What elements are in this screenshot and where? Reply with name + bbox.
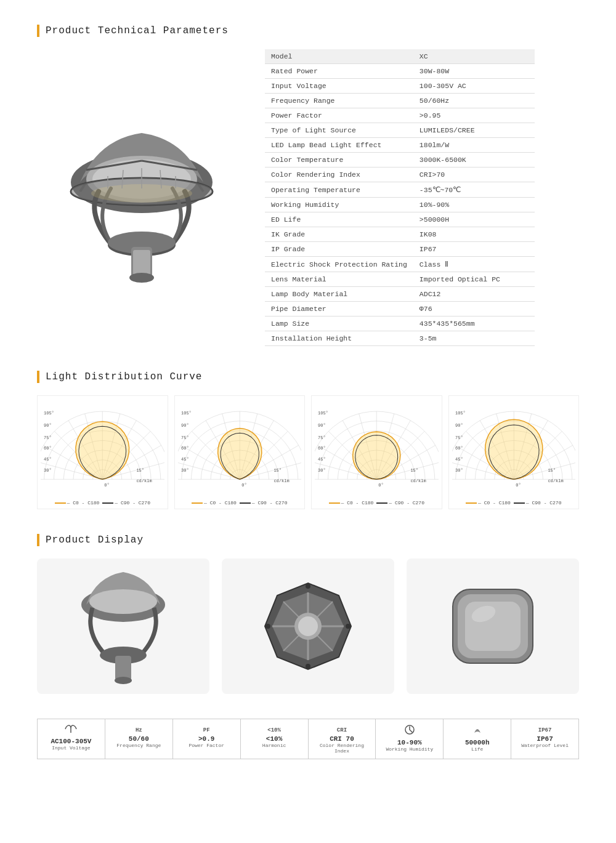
spec-icon: PF	[177, 724, 237, 734]
legend-item-1: — C90 - C270	[514, 500, 562, 506]
param-value: Class Ⅱ	[413, 257, 535, 272]
table-row: Pipe DiameterΦ76	[265, 302, 535, 317]
param-name: Lamp Size	[265, 317, 413, 331]
display-section: Product Display	[37, 534, 579, 694]
legend-item-1: — C90 - C270	[376, 500, 424, 506]
spec-value: IP67	[515, 735, 575, 743]
legend-item-1: — C90 - C270	[240, 500, 288, 506]
svg-text:90°: 90°	[455, 423, 463, 428]
spec-icon: CRI	[312, 724, 372, 734]
svg-text:75°: 75°	[318, 435, 326, 440]
param-name: Electric Shock Protection Rating	[265, 257, 413, 272]
table-row: Lamp Body MaterialADC12	[265, 287, 535, 302]
legend-line-color	[192, 502, 203, 504]
param-name: Lamp Body Material	[265, 287, 413, 302]
spec-label: Input Voltage	[41, 745, 101, 751]
svg-point-13	[129, 273, 154, 283]
spec-icon: Hz	[109, 724, 169, 734]
param-name: Operating Temperature	[265, 182, 413, 198]
legend-item-0: — C0 - C180	[466, 500, 511, 506]
spec-label: Life	[447, 746, 507, 752]
display-img-3	[407, 559, 579, 694]
ldc-legend-3: — C0 - C180— C90 - C270	[329, 500, 424, 506]
spec-value: AC100-305V	[41, 738, 101, 745]
ldc-legend-4: — C0 - C180— C90 - C270	[466, 500, 561, 506]
ldc-chart-svg-2: 105°90°75°60°45°30°0°15°cd/klm	[178, 399, 302, 498]
specs-bar: AC100-305VInput VoltageHz50/60Frequency …	[37, 719, 579, 759]
svg-text:90°: 90°	[44, 423, 52, 428]
svg-text:cd/klm: cd/klm	[274, 478, 289, 483]
svg-text:105°: 105°	[181, 411, 192, 416]
table-row: Working Humidity10%-90%	[265, 198, 535, 212]
spec-label: Color Rendering Index	[312, 743, 372, 754]
legend-label: — C90 - C270	[252, 500, 288, 506]
svg-text:45°: 45°	[455, 457, 463, 462]
svg-text:90°: 90°	[181, 423, 189, 428]
svg-text:45°: 45°	[318, 457, 326, 462]
spec-value: <10%	[245, 735, 304, 743]
legend-line-color	[55, 502, 66, 504]
svg-text:15°: 15°	[136, 468, 144, 473]
table-row: ED Life>50000H	[265, 212, 535, 227]
param-name: Installation Height	[265, 331, 413, 346]
legend-label: — C0 - C180	[67, 500, 100, 506]
display-lamp-top-svg	[447, 583, 539, 669]
param-name: Type of Light Source	[265, 123, 413, 138]
table-row: Color Temperature3000K-6500K	[265, 153, 535, 167]
ldc-chart-svg-1: 105°90°75°60°45°30°0°15°cd/klm	[41, 399, 164, 498]
param-name: ED Life	[265, 212, 413, 227]
spec-value: 50000h	[447, 739, 507, 746]
param-value: 180lm/W	[413, 138, 535, 153]
table-row: Frequency Range50/60Hz	[265, 94, 535, 108]
legend-item-0: — C0 - C180	[192, 500, 237, 506]
ldc-chart-4: 105°90°75°60°45°30°0°15°cd/klm— C0 - C18…	[448, 395, 580, 509]
param-name: Working Humidity	[265, 198, 413, 212]
specs-bar-item-2: PF>0.9Power Factor	[173, 719, 241, 759]
param-value: Φ76	[413, 302, 535, 317]
svg-text:60°: 60°	[318, 446, 326, 451]
table-row: Color Rendering IndexCRI>70	[265, 167, 535, 182]
spec-icon	[41, 724, 101, 736]
specs-bar-item-3: <10%<10%Harmonic	[241, 719, 309, 759]
param-value: 30W-80W	[413, 64, 535, 79]
params-table: ModelXCRated Power30W-80WInput Voltage10…	[265, 49, 535, 346]
table-row: Lamp Size435*435*565mm	[265, 317, 535, 331]
specs-bar-item-1: Hz50/60Frequency Range	[105, 719, 173, 759]
legend-line-color	[240, 502, 251, 504]
param-name: Pipe Diameter	[265, 302, 413, 317]
param-name: Lens Material	[265, 272, 413, 287]
svg-text:15°: 15°	[410, 468, 418, 473]
param-value: >0.95	[413, 108, 535, 123]
param-value: 3-5m	[413, 331, 535, 346]
table-row: IP GradeIP67	[265, 242, 535, 257]
legend-item-0: — C0 - C180	[329, 500, 374, 506]
specs-bar-item-5: 10-90%Working Humidity	[376, 719, 444, 759]
spec-icon: IP67	[515, 724, 575, 734]
svg-point-113	[89, 589, 157, 614]
display-lamp-side-svg	[74, 565, 172, 688]
param-value: LUMILEDS/CREE	[413, 123, 535, 138]
spec-icon	[447, 724, 507, 738]
param-name: IP Grade	[265, 242, 413, 257]
table-row: Lens MaterialImported Optical PC	[265, 272, 535, 287]
legend-label: — C0 - C180	[341, 500, 374, 506]
svg-text:0°: 0°	[516, 483, 521, 488]
legend-line-color	[514, 502, 525, 504]
ldc-chart-svg-3: 105°90°75°60°45°30°0°15°cd/klm	[315, 399, 439, 498]
svg-text:75°: 75°	[455, 435, 463, 440]
table-row: ModelXC	[265, 49, 535, 64]
param-name: Power Factor	[265, 108, 413, 123]
table-row: LED Lamp Bead Light Effect180lm/W	[265, 138, 535, 153]
params-section: Product Technical Parameters	[37, 25, 579, 346]
spec-value: 50/60	[109, 735, 169, 743]
table-row: Operating Temperature-35℃~70℃	[265, 182, 535, 198]
table-row: Rated Power30W-80W	[265, 64, 535, 79]
param-name: Rated Power	[265, 64, 413, 79]
ldc-chart-3: 105°90°75°60°45°30°0°15°cd/klm— C0 - C18…	[311, 395, 442, 509]
svg-point-125	[306, 584, 310, 589]
legend-label: — C90 - C270	[526, 500, 562, 506]
param-name: Model	[265, 49, 413, 64]
svg-text:105°: 105°	[44, 411, 54, 416]
spec-label: Harmonic	[245, 743, 304, 748]
param-value: 3000K-6500K	[413, 153, 535, 167]
